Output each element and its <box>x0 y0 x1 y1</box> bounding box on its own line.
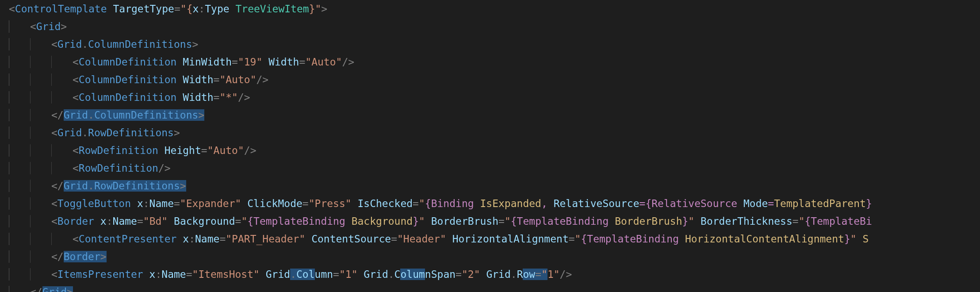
code-line[interactable]: </Grid> <box>0 283 980 292</box>
code-text: <Grid> <box>30 18 67 35</box>
code-text: <Grid.RowDefinitions> <box>51 124 180 142</box>
code-line[interactable]: <Grid.ColumnDefinitions> <box>0 35 980 53</box>
code-text: </Grid.ColumnDefinitions> <box>51 106 204 124</box>
code-text: </Grid> <box>30 283 73 292</box>
code-text: </Border> <box>51 248 107 265</box>
code-text: <ControlTemplate TargetType="{x:Type Tre… <box>9 0 327 18</box>
code-line[interactable]: <Grid.RowDefinitions> <box>0 124 980 142</box>
code-line[interactable]: <ItemsPresenter x:Name="ItemsHost" Grid.… <box>0 265 980 283</box>
code-line[interactable]: <ColumnDefinition Width="Auto"/> <box>0 71 980 88</box>
code-line[interactable]: <ColumnDefinition MinWidth="19" Width="A… <box>0 53 980 71</box>
code-text: <ContentPresenter x:Name="PART_Header" C… <box>73 230 869 248</box>
code-text: <ToggleButton x:Name="Expander" ClickMod… <box>51 195 872 212</box>
code-line[interactable]: </Grid.RowDefinitions> <box>0 177 980 195</box>
code-line[interactable]: <ContentPresenter x:Name="PART_Header" C… <box>0 230 980 248</box>
code-line[interactable]: <ControlTemplate TargetType="{x:Type Tre… <box>0 0 980 18</box>
code-text: <RowDefinition Height="Auto"/> <box>73 142 256 159</box>
code-text: <ItemsPresenter x:Name="ItemsHost" Grid.… <box>51 265 572 283</box>
code-text: <Grid.ColumnDefinitions> <box>51 35 198 53</box>
code-text: <Border x:Name="Bd" Background="{Templat… <box>51 212 872 230</box>
code-text: </Grid.RowDefinitions> <box>51 177 186 195</box>
code-line[interactable]: <Border x:Name="Bd" Background="{Templat… <box>0 212 980 230</box>
code-line[interactable]: <RowDefinition Height="Auto"/> <box>0 142 980 159</box>
code-line[interactable]: <RowDefinition/> <box>0 159 980 177</box>
code-text: <RowDefinition/> <box>73 159 171 177</box>
code-line[interactable]: <Grid> <box>0 18 980 35</box>
code-line[interactable]: <ColumnDefinition Width="*"/> <box>0 88 980 106</box>
code-text: <ColumnDefinition Width="*"/> <box>73 88 250 106</box>
code-text: <ColumnDefinition MinWidth="19" Width="A… <box>73 53 354 71</box>
code-line[interactable]: </Grid.ColumnDefinitions> <box>0 106 980 124</box>
code-line[interactable]: <ToggleButton x:Name="Expander" ClickMod… <box>0 195 980 212</box>
code-line[interactable]: </Border> <box>0 248 980 265</box>
code-text: <ColumnDefinition Width="Auto"/> <box>73 71 268 88</box>
code-editor[interactable]: <ControlTemplate TargetType="{x:Type Tre… <box>0 0 980 292</box>
